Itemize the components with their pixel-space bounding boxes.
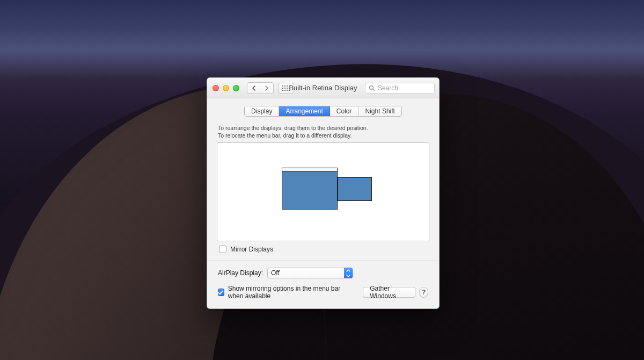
show-all-button[interactable] xyxy=(278,83,294,93)
popup-stepper-icon xyxy=(344,268,353,278)
window-controls xyxy=(211,85,239,91)
display-main-draggable[interactable] xyxy=(282,168,338,210)
nav-buttons xyxy=(247,82,274,94)
search-field[interactable]: Search xyxy=(365,83,435,93)
chevron-left-icon xyxy=(252,85,256,91)
arrangement-area[interactable] xyxy=(217,142,429,241)
svg-line-1 xyxy=(373,89,375,90)
tab-color[interactable]: Color xyxy=(330,106,359,116)
search-placeholder: Search xyxy=(378,84,398,92)
instructions-line-2: To relocate the menu bar, drag it to a d… xyxy=(218,132,428,139)
forward-button[interactable] xyxy=(260,83,273,93)
zoom-button[interactable] xyxy=(233,85,239,91)
instructions-line-1: To rearrange the displays, drag them to … xyxy=(218,124,428,132)
airplay-popup[interactable]: Off xyxy=(267,268,353,278)
divider xyxy=(207,261,439,261)
tab-night-shift[interactable]: Night Shift xyxy=(359,106,401,116)
window-body: Display Arrangement Color Night Shift To… xyxy=(207,98,439,308)
airplay-value: Off xyxy=(271,269,280,277)
tab-arrangement[interactable]: Arrangement xyxy=(279,106,330,116)
close-button[interactable] xyxy=(213,85,219,91)
menu-bar-draggable[interactable] xyxy=(282,168,337,171)
display-secondary-draggable[interactable] xyxy=(338,177,372,201)
titlebar: Built-in Retina Display Search xyxy=(207,78,439,98)
show-mirroring-label: Show mirroring options in the menu bar w… xyxy=(228,285,356,300)
gather-windows-button[interactable]: Gather Windows xyxy=(363,287,415,298)
grid-icon xyxy=(282,85,290,91)
instructions-text: To rearrange the displays, drag them to … xyxy=(218,124,428,139)
airplay-label: AirPlay Display: xyxy=(218,269,263,277)
minimize-button[interactable] xyxy=(223,85,229,91)
show-mirroring-checkbox[interactable] xyxy=(218,289,224,296)
mirror-displays-label: Mirror Displays xyxy=(230,246,273,253)
help-button[interactable]: ? xyxy=(419,287,428,298)
display-preferences-window: Built-in Retina Display Search Display A… xyxy=(207,77,440,309)
chevron-right-icon xyxy=(265,85,269,91)
mirror-displays-checkbox[interactable] xyxy=(219,246,226,253)
tab-display[interactable]: Display xyxy=(245,106,279,116)
back-button[interactable] xyxy=(247,83,260,93)
tab-bar: Display Arrangement Color Night Shift xyxy=(216,106,430,117)
search-icon xyxy=(369,85,375,91)
